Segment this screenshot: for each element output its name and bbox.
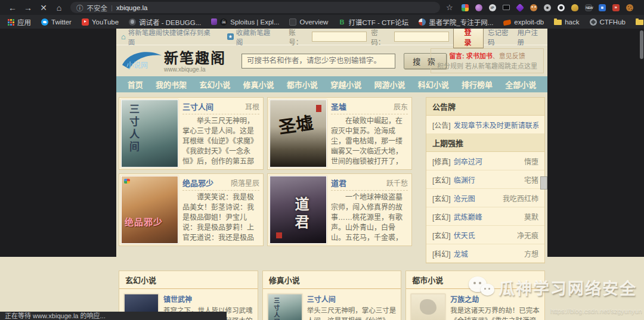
- extension-icon-purple[interactable]: [475, 4, 482, 11]
- security-label: 不安全: [87, 3, 108, 13]
- bookmark-src-folder[interactable]: SRC: [636, 18, 644, 26]
- site-topstrip: ⌂ 将新笔趣阁快捷键保存到桌面 ★ 收藏新笔趣阁 账号： 密码： 登 录 忘记密…: [116, 29, 547, 45]
- extension-icon-new[interactable]: NEW: [585, 4, 592, 11]
- account-input[interactable]: [312, 32, 367, 42]
- nav-all[interactable]: 全部小说: [505, 79, 536, 90]
- book-title-link[interactable]: 临渊行: [454, 175, 475, 185]
- exploit-db-icon: [503, 19, 512, 26]
- logo-swoosh-icon: 小说网: [120, 49, 163, 73]
- bookmark-ctf-forum[interactable]: B 打谱CTF - CTF论坛: [338, 17, 408, 27]
- bookmark-overview[interactable]: Overview: [289, 18, 328, 26]
- bookmark-youtube[interactable]: YouTube: [82, 18, 119, 26]
- bookmark-apps[interactable]: 应用: [7, 17, 31, 27]
- book-title-link[interactable]: 伏天氏: [454, 230, 475, 240]
- nav-xiuzhen[interactable]: 修真小说: [243, 79, 274, 90]
- address-url[interactable]: xbiquge.la: [116, 4, 147, 11]
- extension-icon-diamond[interactable]: [515, 3, 524, 11]
- notice-category: [公告]: [432, 120, 451, 130]
- notice-item: [公告] 发现章节未及时更新请联系我们: [426, 116, 544, 134]
- bookmark-sploitus[interactable]: ☠ Sploitus | Expl...: [211, 18, 279, 26]
- scrollbar-thumb[interactable]: [640, 30, 643, 59]
- book-cover[interactable]: 万族之劫: [411, 294, 445, 320]
- extension-icon-cookie[interactable]: [626, 4, 633, 11]
- info-icon[interactable]: ⓘ: [76, 3, 83, 13]
- extension-icon-eye[interactable]: [544, 4, 551, 11]
- book-author: 净无痕: [513, 230, 538, 240]
- main-nav: 首页 我的书架 玄幻小说 修真小说 都市小说 穿越小说 网游小说 科幻小说 排行…: [116, 76, 547, 92]
- memo-line2[interactable]: 积分规则 若从新笔趣阁跳走点这里: [435, 61, 540, 72]
- stop-icon[interactable]: ✕: [36, 3, 51, 13]
- password-input[interactable]: [394, 32, 449, 42]
- extension-icon-blue[interactable]: [599, 4, 606, 11]
- book-title-link[interactable]: 万族之劫: [450, 294, 540, 304]
- save-shortcut-link[interactable]: ⌂ 将新笔趣阁快捷键保存到桌面: [121, 29, 214, 46]
- forward-icon[interactable]: →: [20, 3, 36, 13]
- bookmark-mozhe[interactable]: 墨者学院_专注于网...: [419, 17, 493, 27]
- book-author: 莫默: [521, 212, 538, 222]
- nav-chuanyue[interactable]: 穿越小说: [330, 79, 361, 90]
- home-icon[interactable]: ⌂: [51, 3, 67, 13]
- book-title-link[interactable]: 圣墟: [331, 101, 346, 112]
- memo-line1-red[interactable]: 留言: 求书加书: [449, 52, 493, 60]
- cover-title-text: 三寸人间: [272, 297, 281, 320]
- register-link[interactable]: 用户注册: [517, 29, 543, 46]
- extension-icon-mask[interactable]: [530, 4, 537, 11]
- extension-icon-ip[interactable]: IP: [489, 4, 496, 11]
- book-title-link[interactable]: 道君: [331, 177, 346, 188]
- book-cover[interactable]: 绝品邪少: [121, 176, 178, 244]
- book-title-link[interactable]: 绝品邪少: [182, 177, 213, 188]
- nav-bookshelf[interactable]: 我的书架: [156, 79, 187, 90]
- nav-home[interactable]: 首页: [128, 79, 143, 90]
- favorite-link[interactable]: ★ 收藏新笔趣阁: [227, 29, 275, 46]
- sidebar-book-item: [玄幻] 武炼巅峰 莫默: [426, 207, 544, 226]
- address-bar[interactable]: ⓘ 不安全 | xbiquge.la: [70, 2, 440, 13]
- floating-widget[interactable]: [540, 176, 547, 189]
- book-title-link[interactable]: 龙城: [454, 248, 468, 259]
- extension-icon-colorgrid[interactable]: [462, 4, 469, 11]
- bookmark-ctfhub[interactable]: CTFHub: [590, 18, 626, 26]
- site-logo[interactable]: 小说网 新笔趣阁 www.xbiquge.la: [120, 49, 226, 73]
- nav-wangyou[interactable]: 网游小说: [374, 79, 405, 90]
- notice-link[interactable]: 发现章节未及时更新请联系我们: [454, 120, 538, 130]
- book-title-link[interactable]: 沧元图: [454, 193, 475, 203]
- nav-kehuan[interactable]: 科幻小说: [418, 79, 449, 90]
- book-title-link[interactable]: 三寸人间: [307, 294, 397, 304]
- book-cover[interactable]: 三寸人间: [121, 100, 178, 167]
- extension-icon-hand[interactable]: [571, 4, 578, 11]
- twitter-icon: [41, 18, 48, 26]
- book-author: 我吃西红柿: [499, 193, 538, 203]
- sidebar: 公告牌 [公告] 发现章节未及时更新请联系我们 上期强推 [修真] 剑卒过河 惰…: [426, 97, 545, 263]
- book-title-link[interactable]: 三寸人间: [182, 101, 213, 112]
- extension-icon-laptop[interactable]: [503, 5, 510, 10]
- forgot-password-link[interactable]: 忘记密码: [488, 29, 513, 46]
- bookmark-star-icon[interactable]: ☆: [446, 3, 453, 12]
- nav-xuanhuan[interactable]: 玄幻小说: [199, 79, 230, 90]
- search-input[interactable]: [242, 54, 395, 69]
- memo-line1-rest[interactable]: 、意见反馈: [493, 52, 525, 60]
- book-cover[interactable]: 道君: [270, 176, 327, 244]
- book-cover[interactable]: 三寸人间: [268, 294, 302, 320]
- book-description: 在破败中崛起，在寂灭中复苏。沧海成尘，雷电枯竭，那一缕幽雾又一次临近大地，世间的…: [331, 116, 408, 167]
- book-description: 举头三尺无神明，掌心三寸是人间。这是耳根继《仙逆》《求魔》《我欲封天》《一念永恒…: [307, 306, 397, 320]
- site-header: 小说网 新笔趣阁 www.xbiquge.la 搜 索 留言: 求书加书、意见反…: [116, 45, 547, 76]
- bookmark-twitter[interactable]: Twitter: [41, 18, 72, 26]
- ctfhub-icon: [590, 18, 597, 26]
- nav-dushi[interactable]: 都市小说: [287, 79, 318, 90]
- section-xiuzhen: 修真小说 三寸人间 三寸人间 举头三尺无神明，掌心三寸是人间。这是耳根继《仙逆》…: [262, 271, 402, 320]
- book-cover[interactable]: 圣墟: [270, 100, 327, 167]
- extension-icon-red[interactable]: »: [612, 4, 620, 11]
- book-title-link[interactable]: 武炼巅峰: [454, 212, 482, 222]
- cover-title-text: 圣墟: [277, 108, 314, 138]
- nav-ranking[interactable]: 排行榜单: [462, 79, 493, 90]
- book-title-link[interactable]: 剑卒过河: [454, 156, 482, 166]
- bookmark-hack-folder[interactable]: hack: [554, 18, 579, 26]
- bookmark-exploit-db[interactable]: exploit-db: [503, 18, 544, 26]
- password-label: 密码：: [371, 29, 390, 46]
- status-tooltip: 正在等待 www.xbiquge.la 的响应...: [0, 312, 227, 320]
- cover-title-text: 道君: [290, 197, 311, 232]
- book-title-link[interactable]: 镇世武神: [163, 294, 253, 304]
- back-icon[interactable]: ←: [5, 3, 20, 13]
- extension-icon-ring[interactable]: [558, 4, 565, 11]
- bookmark-debugger[interactable]: 调试者 - DEBUGG...: [129, 17, 201, 27]
- section-dushi: 都市小说 万族之劫 万族之劫 我是这诸天万界的劫！已完本《全球高武》《重生之财源…: [405, 271, 545, 320]
